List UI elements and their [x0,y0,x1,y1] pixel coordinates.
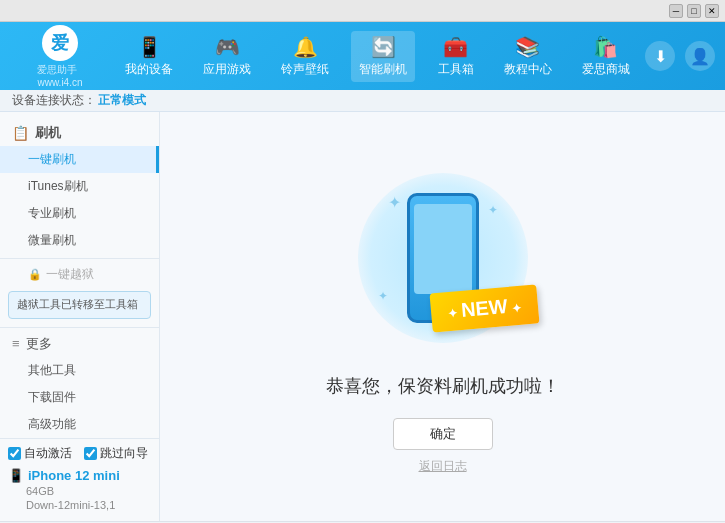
sidebar-item-one-click-flash[interactable]: 一键刷机 [0,146,159,173]
nav-item-tutorials[interactable]: 📚 教程中心 [496,31,560,82]
new-banner: NEW [429,284,539,332]
device-storage: 64GB [8,485,151,497]
phone-screen [414,204,472,294]
auto-setup-checkbox[interactable]: 自动激活 [8,445,72,462]
my-device-icon: 📱 [137,35,162,59]
sidebar-item-download-firmware[interactable]: 下载固件 [0,384,159,411]
sparkle-3: ✦ [378,289,388,303]
smart-flash-icon: 🔄 [371,35,396,59]
sidebar-item-other-tools[interactable]: 其他工具 [0,357,159,384]
nav-item-smart-flash[interactable]: 🔄 智能刷机 [351,31,415,82]
auto-setup-input[interactable] [8,447,21,460]
close-button[interactable]: ✕ [705,4,719,18]
nav-item-apps-games[interactable]: 🎮 应用游戏 [195,31,259,82]
success-message: 恭喜您，保资料刷机成功啦！ [326,374,560,398]
nav-item-my-device[interactable]: 📱 我的设备 [117,31,181,82]
tutorials-icon: 📚 [515,35,540,59]
logo-area: 爱 爱思助手 www.i4.cn [10,25,110,88]
content-area: ✦ ✦ ✦ NEW 恭喜您，保资料刷机成功啦！ 确定 返回日志 [160,112,725,521]
back-link[interactable]: 返回日志 [419,458,467,475]
skip-wizard-input[interactable] [84,447,97,460]
sparkle-1: ✦ [388,193,401,212]
nav-item-store[interactable]: 🛍️ 爱思商城 [574,31,638,82]
sidebar-locked-jailbreak: 🔒 一键越狱 [0,262,159,287]
window-controls[interactable]: ─ □ ✕ [669,4,719,18]
sparkle-2: ✦ [488,203,498,217]
connect-status-label: 设备连接状态： [12,92,96,109]
more-section-header: ≡ 更多 [0,331,159,357]
phone-illustration: ✦ ✦ ✦ NEW [343,158,543,358]
top-nav: 爱 爱思助手 www.i4.cn 📱 我的设备 🎮 应用游戏 🔔 铃声壁纸 🔄 … [0,22,725,90]
toolbox-icon: 🧰 [443,35,468,59]
title-bar: ─ □ ✕ [0,0,725,22]
skip-wizard-checkbox[interactable]: 跳过向导 [84,445,148,462]
more-icon: ≡ [12,336,20,351]
download-button[interactable]: ⬇ [645,41,675,71]
sidebar-bottom: 自动激活 跳过向导 📱 iPhone 12 mini 64GB Down-12m… [0,438,159,513]
sidebar-item-advanced[interactable]: 高级功能 [0,411,159,438]
nav-right-buttons: ⬇ 👤 [645,41,715,71]
store-icon: 🛍️ [593,35,618,59]
user-button[interactable]: 👤 [685,41,715,71]
connect-status-value: 正常模式 [98,92,146,109]
nav-items: 📱 我的设备 🎮 应用游戏 🔔 铃声壁纸 🔄 智能刷机 🧰 工具箱 📚 教程中心… [110,31,645,82]
phone-icon: 📱 [8,468,24,483]
device-model: Down-12mini-13,1 [8,499,151,511]
confirm-button[interactable]: 确定 [393,418,493,450]
ringtones-icon: 🔔 [293,35,318,59]
sidebar-item-pro-flash[interactable]: 专业刷机 [0,200,159,227]
lock-icon: 🔒 [28,268,42,281]
restore-button[interactable]: □ [687,4,701,18]
logo-icon: 爱 [42,25,78,61]
apps-games-icon: 🎮 [215,35,240,59]
checkbox-row: 自动激活 跳过向导 [8,445,151,462]
minimize-button[interactable]: ─ [669,4,683,18]
connect-status-bar: 设备连接状态： 正常模式 [0,90,725,112]
nav-item-ringtones[interactable]: 🔔 铃声壁纸 [273,31,337,82]
flash-section-header: 📋 刷机 [0,120,159,146]
sidebar-item-save-data-flash[interactable]: 微量刷机 [0,227,159,254]
sidebar-note-box: 越狱工具已转移至工具箱 [8,291,151,318]
main-area: 📋 刷机 一键刷机 iTunes刷机 专业刷机 微量刷机 🔒 一键越狱 越狱工具… [0,112,725,521]
device-name: 📱 iPhone 12 mini [8,468,151,483]
nav-item-toolbox[interactable]: 🧰 工具箱 [430,31,482,82]
sidebar-item-itunes-flash[interactable]: iTunes刷机 [0,173,159,200]
flash-section-icon: 📋 [12,125,29,141]
logo-subtitle: 爱思助手 www.i4.cn [37,63,82,88]
sidebar: 📋 刷机 一键刷机 iTunes刷机 专业刷机 微量刷机 🔒 一键越狱 越狱工具… [0,112,160,521]
